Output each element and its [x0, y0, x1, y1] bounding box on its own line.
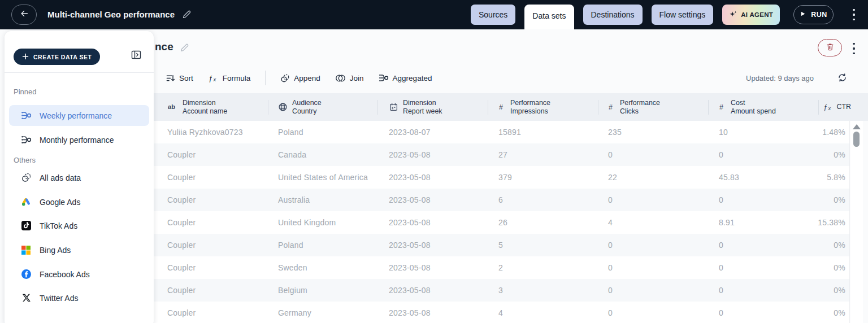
column-divider	[488, 100, 488, 115]
table-row: CouplerCanada2023-05-0827000%	[154, 143, 849, 166]
sidebar-item-label: Monthly performance	[40, 136, 114, 145]
sidebar-item-tiktok-ads[interactable]: TikTok Ads	[9, 215, 149, 236]
column-header-country[interactable]: AudienceCountry	[278, 93, 322, 121]
dataset-toolbar: SortƒxFormulaAppendJoinAggregated	[166, 70, 432, 86]
text-type-icon: ab	[167, 103, 178, 111]
table-row: CouplerAustralia2023-05-086000%	[154, 189, 849, 211]
number-icon: #	[719, 103, 726, 111]
table-cell: Yuliia Ryzhkova0723	[167, 121, 243, 143]
table-cell: 2023-05-08	[389, 279, 431, 302]
table-cell: Australia	[278, 189, 310, 211]
overlapping-circles-icon	[20, 172, 32, 184]
sidebar-item-label: Bing Ads	[40, 246, 71, 255]
table-cell: 22	[608, 166, 617, 189]
sidebar-item-label: All ads data	[40, 173, 81, 182]
table-cell: 2023-05-08	[389, 189, 431, 211]
table-cell: 2023-05-08	[389, 166, 431, 189]
run-button[interactable]: RUN	[793, 5, 834, 24]
tab-data-sets[interactable]: Data sets	[524, 5, 574, 29]
sidebar-item-weekly-performance[interactable]: Weekly performance	[9, 105, 149, 126]
dataset-more-menu[interactable]	[850, 43, 858, 54]
scrollbar-thumb[interactable]	[853, 132, 860, 147]
column-header-amount-spend[interactable]: #CostAmount spend	[719, 93, 776, 121]
delete-dataset-button[interactable]	[818, 39, 842, 56]
table-cell: 0	[719, 234, 723, 256]
table-cell: United Kingdom	[278, 211, 336, 234]
edit-flow-title-icon[interactable]	[182, 10, 192, 21]
table-cell: 0	[719, 189, 723, 211]
sidebar-item-all-ads-data[interactable]: All ads data	[9, 167, 149, 188]
table-cell: 0	[608, 143, 613, 166]
table-cell: Coupler	[167, 279, 196, 302]
table-cell: 2023-08-07	[389, 121, 431, 143]
tab-flow-settings[interactable]: Flow settings	[652, 5, 714, 25]
google-ads-icon	[20, 197, 32, 208]
sidebar-item-label: TikTok Ads	[40, 221, 77, 230]
scroll-up-arrow[interactable]	[853, 124, 861, 129]
join-icon	[335, 74, 346, 82]
table-cell: Sweden	[278, 256, 307, 279]
sidebar-item-bing-ads[interactable]: Bing Ads	[9, 239, 149, 260]
join-button[interactable]: Join	[335, 74, 364, 82]
ai-agent-button[interactable]: AI AGENT	[722, 5, 780, 25]
header-more-menu[interactable]	[850, 9, 858, 20]
sidebar-item-label: Google Ads	[40, 198, 80, 207]
column-divider	[598, 100, 598, 115]
tab-destinations[interactable]: Destinations	[583, 5, 643, 25]
panel-collapse-icon	[131, 49, 142, 63]
microsoft-icon	[20, 245, 32, 256]
aggregated-button[interactable]: Aggregated	[379, 73, 432, 83]
play-icon	[800, 11, 806, 19]
collapse-sidebar-button[interactable]	[129, 49, 143, 63]
column-header-report-week[interactable]: DimensionReport week	[389, 93, 442, 121]
table-cell: Coupler	[167, 302, 196, 323]
table-cell: 8.91	[719, 211, 735, 234]
toolbar-label: Append	[294, 74, 320, 82]
column-name: Report week	[403, 107, 442, 116]
column-header-impressions[interactable]: #PerformanceImpressions	[498, 93, 550, 121]
table-cell: Coupler	[167, 166, 196, 189]
table-cell: 15.38%	[818, 211, 845, 234]
column-header-clicks[interactable]: #PerformanceClicks	[608, 93, 660, 121]
column-group: Cost	[731, 99, 776, 107]
table-cell: 26	[498, 211, 507, 234]
table-cell: Poland	[278, 234, 303, 256]
column-group: Performance	[620, 99, 660, 107]
ai-agent-label: AI AGENT	[741, 11, 773, 18]
create-dataset-button[interactable]: CREATE DATA SET	[14, 49, 100, 65]
column-header-account-name[interactable]: abDimensionAccount name	[167, 93, 227, 121]
x-icon	[20, 293, 32, 304]
table-cell: 0%	[834, 302, 845, 323]
sidebar-item-twitter-ads[interactable]: Twitter Ads	[9, 287, 149, 308]
tab-sources[interactable]: Sources	[471, 5, 515, 25]
formula-button[interactable]: ƒxFormula	[208, 74, 251, 82]
column-group: Audience	[292, 99, 322, 107]
aggregated-icon	[379, 73, 389, 83]
column-divider	[268, 100, 268, 115]
column-group: Performance	[510, 99, 550, 107]
sidebar-item-monthly-performance[interactable]: Monthly performance	[9, 129, 149, 150]
table-cell: Coupler	[167, 189, 196, 211]
table-cell: 2023-05-08	[389, 234, 431, 256]
column-group: Dimension	[403, 99, 442, 107]
table-row: CouplerUnited States of America2023-05-0…	[154, 166, 849, 189]
table-cell: 2023-05-08	[389, 302, 431, 323]
append-icon	[280, 73, 290, 83]
sidebar-item-google-ads[interactable]: Google Ads	[9, 191, 149, 212]
column-name: Account name	[183, 107, 227, 116]
edit-dataset-title-icon[interactable]	[180, 43, 189, 55]
sidebar-item-facebook-ads[interactable]: Facebook Ads	[9, 264, 149, 285]
column-header-ctr[interactable]: ƒxCTR	[823, 93, 851, 121]
table-cell: 0%	[834, 279, 845, 302]
svg-text:#: #	[499, 103, 503, 111]
refresh-icon[interactable]	[837, 73, 847, 85]
calendar-icon	[389, 102, 398, 112]
column-divider	[377, 100, 378, 115]
sort-button[interactable]: Sort	[166, 73, 193, 83]
back-button[interactable]	[11, 5, 37, 25]
formula-icon: ƒx	[823, 103, 834, 111]
header-tabs: SourcesData setsDestinationsFlow setting…	[471, 5, 780, 29]
append-button[interactable]: Append	[280, 73, 320, 83]
table-cell: Belgium	[278, 279, 307, 302]
dataset-icon	[20, 110, 32, 121]
